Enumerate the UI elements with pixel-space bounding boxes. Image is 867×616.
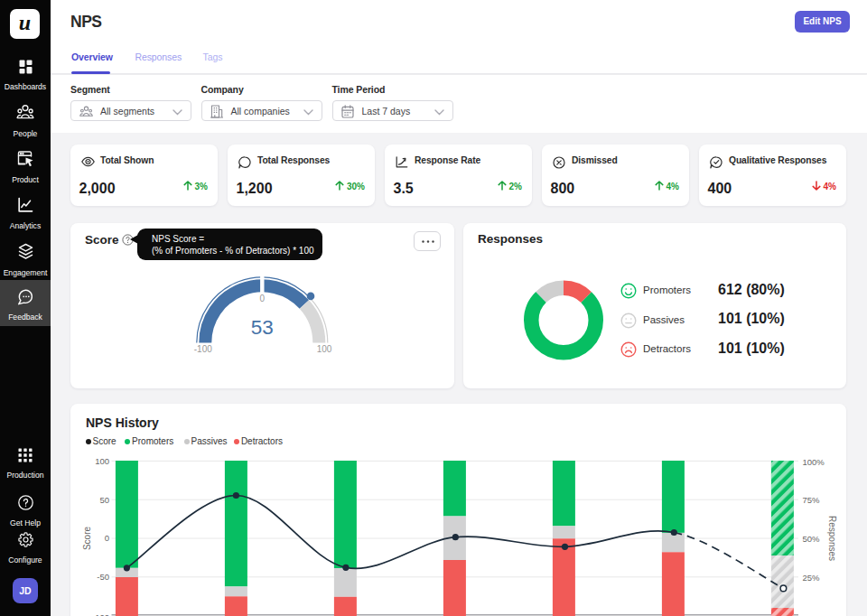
svg-text:100%: 100%	[803, 457, 825, 467]
svg-text:-100: -100	[92, 612, 109, 616]
svg-text:-100: -100	[194, 344, 212, 354]
svg-text:0: 0	[105, 533, 109, 543]
svg-text:Score: Score	[82, 527, 92, 551]
svg-text:Responses: Responses	[827, 516, 837, 561]
svg-text:100: 100	[95, 456, 109, 466]
svg-text:50: 50	[99, 495, 109, 505]
svg-text:25%: 25%	[803, 573, 821, 583]
svg-text:53: 53	[251, 316, 274, 339]
svg-text:100: 100	[317, 344, 332, 354]
svg-text:75%: 75%	[803, 495, 821, 505]
svg-text:50%: 50%	[803, 534, 821, 544]
svg-text:0: 0	[260, 294, 266, 303]
svg-text:-50: -50	[97, 572, 109, 582]
